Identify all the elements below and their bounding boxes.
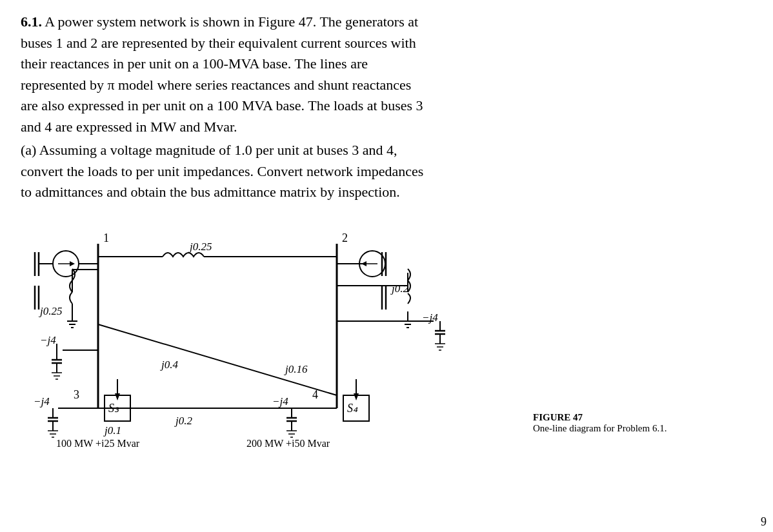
load3-label: 100 MW +j25 Mvar (56, 438, 140, 447)
figure-description: One-line diagram for Problem 6.1. (533, 423, 739, 434)
page-container: 6.1. A power system network is shown in … (0, 0, 773, 532)
neg-j4-bus1-label: −j4 (40, 334, 56, 346)
j025-top-label: j0.25 (188, 241, 212, 253)
text-paragraph-4: represented by π model where series reac… (21, 75, 752, 96)
neg-j4-bus2-label: −j4 (422, 311, 438, 324)
page-number: 9 (761, 515, 767, 529)
text-paragraph-1: 6.1. A power system network is shown in … (21, 12, 752, 33)
text-paragraph-9: to admittances and obtain the bus admitt… (21, 182, 752, 203)
load4-label: 200 MW +j50 Mvar (246, 438, 330, 447)
circuit-diagram-area: 1 2 3 4 j0.25 (21, 208, 752, 453)
svg-marker-68 (115, 393, 120, 400)
text-paragraph-3: their reactances in per unit on a 100-MV… (21, 54, 752, 75)
figure-caption: FIGURE 47 One-line diagram for Problem 6… (533, 412, 739, 434)
text-paragraph-6: and 4 are expressed in MW and Mvar. (21, 117, 752, 138)
text-line1: A power system network is shown in Figur… (42, 14, 418, 30)
j02-bottom-label: j0.2 (174, 415, 192, 427)
S3-label: S₃ (108, 402, 119, 415)
svg-marker-79 (354, 393, 359, 400)
text-paragraph-8: convert the loads to per unit impedances… (21, 161, 752, 182)
text-paragraph-5: are also expressed in per unit on a 100 … (21, 95, 752, 117)
text-paragraph-7: (a) Assuming a voltage magnitude of 1.0 … (21, 140, 752, 161)
svg-marker-35 (361, 261, 366, 266)
figure-title: FIGURE 47 (533, 412, 739, 423)
bus1-label: 1 (103, 232, 109, 244)
problem-number: 6.1. (21, 14, 42, 30)
neg-j4-bus4-label: −j4 (272, 395, 288, 408)
problem-text: 6.1. A power system network is shown in … (21, 12, 752, 203)
j016-label: j0.16 (284, 363, 308, 375)
j02-right-label: j0.2 (390, 282, 408, 295)
bus3-label: 3 (74, 388, 79, 401)
neg-j4-bus3-label: −j4 (34, 395, 50, 408)
circuit-svg: 1 2 3 4 j0.25 (21, 208, 524, 447)
text-paragraph-2: buses 1 and 2 are represented by their e… (21, 33, 752, 54)
bus2-label: 2 (342, 232, 348, 244)
svg-marker-9 (70, 261, 75, 266)
j04-label: j0.4 (160, 359, 178, 371)
j01-label: j0.1 (103, 424, 121, 437)
S4-label: S₄ (347, 402, 358, 415)
svg-line-53 (98, 324, 337, 395)
j025-left-label: j0.25 (39, 305, 62, 317)
